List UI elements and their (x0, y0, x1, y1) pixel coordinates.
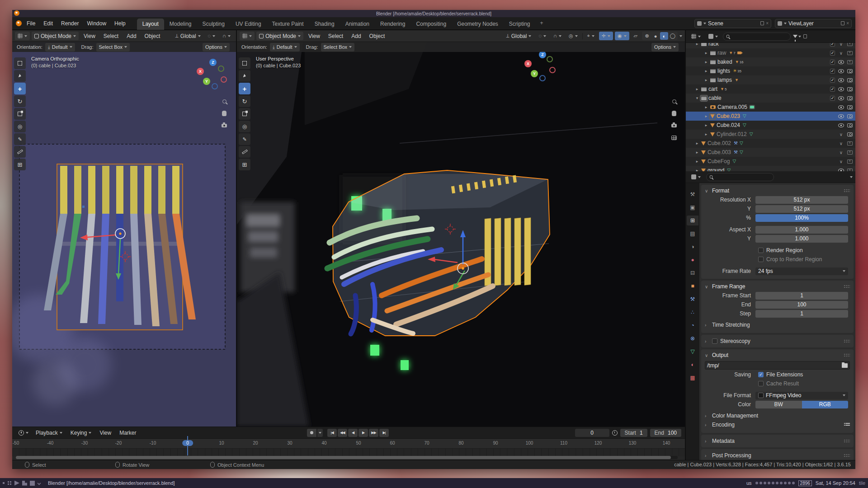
workspace-indicator-icon[interactable] (3, 482, 5, 484)
properties-tab[interactable]: ⊞ (687, 216, 698, 225)
frame-start-field[interactable]: 1 (755, 292, 848, 300)
axis-y-neg-icon[interactable] (218, 66, 224, 72)
axis-y-icon[interactable]: Y (203, 78, 210, 85)
exclude-checkbox-icon[interactable] (830, 87, 835, 92)
keying-menu[interactable]: Keying (67, 428, 95, 437)
tool-button[interactable] (14, 159, 26, 170)
prev-keyframe-button[interactable]: ◀◀ (338, 429, 347, 437)
frame-rate-dropdown[interactable]: 24 fps (755, 267, 848, 275)
outliner-row[interactable]: ▸ Camera.005 (686, 103, 855, 112)
workspace-tab[interactable]: Modeling (164, 19, 197, 30)
select-menu[interactable]: Select (100, 32, 122, 41)
exclude-checkbox-icon[interactable] (830, 69, 835, 74)
aspect-y-field[interactable]: 1.000 (755, 235, 848, 243)
render-visibility-icon[interactable] (847, 114, 853, 118)
tool-button[interactable] (239, 57, 250, 69)
workspace-tab[interactable]: Geometry Nodes (452, 19, 504, 30)
tool-button[interactable] (14, 70, 26, 82)
jump-to-start-button[interactable]: |◀ (327, 429, 337, 437)
axis-x-neg-icon[interactable] (221, 76, 227, 83)
pan-hand-icon[interactable] (220, 109, 228, 117)
viewport-camera[interactable]: Object Mode View Select Add Object ⟂Glob… (12, 30, 236, 427)
outliner-id-type-dropdown[interactable] (706, 32, 721, 41)
properties-search[interactable] (706, 173, 774, 181)
exclude-checkbox-icon[interactable] (830, 78, 835, 83)
axis-z-neg-icon[interactable] (212, 83, 218, 89)
axis-z-icon[interactable]: Z (209, 59, 217, 66)
tool-button[interactable] (14, 95, 26, 107)
expander-icon[interactable]: ▸ (704, 51, 708, 55)
outliner-row[interactable]: ▾ cable (686, 94, 855, 103)
tool-button[interactable] (14, 121, 26, 132)
keyboard-layout-indicator[interactable]: us (746, 480, 752, 486)
menu-item[interactable]: Window (83, 19, 110, 28)
encoding-header[interactable]: ›Encoding (705, 420, 850, 429)
file-format-dropdown[interactable]: FFmpeg Video (755, 392, 848, 399)
properties-tab[interactable]: ▩ (687, 373, 698, 383)
options-dropdown[interactable]: Options (651, 43, 679, 52)
outliner-search[interactable] (723, 33, 791, 41)
hide-eye-icon[interactable] (838, 132, 844, 137)
auto-keying-dropdown[interactable] (317, 429, 323, 437)
blender-menu-logo[interactable] (16, 20, 22, 26)
outliner-row[interactable]: ▸ raw 7 (686, 48, 855, 57)
shading-mode-button[interactable]: ⊕ (643, 32, 651, 40)
stereoscopy-header[interactable]: ›Stereoscopy (705, 337, 850, 346)
properties-tab[interactable]: ■ (687, 281, 698, 291)
outliner-row[interactable]: ▸ CubeFog (686, 157, 855, 166)
expander-icon[interactable]: ▾ (695, 96, 699, 100)
outliner-row[interactable]: ▸ ground (686, 166, 855, 171)
tool-button[interactable] (239, 146, 250, 158)
hide-eye-icon[interactable] (838, 105, 844, 109)
render-visibility-icon[interactable] (847, 87, 853, 91)
drag-value-dropdown[interactable]: Select Box (321, 43, 355, 52)
frame-end-field[interactable]: End100 (650, 429, 681, 437)
mode-dropdown[interactable]: Object Mode (256, 32, 303, 40)
axis-x-icon[interactable]: X (197, 68, 204, 75)
drag-grip-icon[interactable] (844, 353, 850, 357)
auto-keying-record-button[interactable] (307, 429, 316, 437)
hide-eye-icon[interactable] (838, 69, 844, 73)
object-menu[interactable]: Object (366, 32, 388, 41)
workspace-tab[interactable]: UV Editing (230, 19, 267, 30)
hide-eye-icon[interactable] (838, 51, 844, 56)
preset-icon[interactable] (844, 422, 850, 427)
pivot-point-dropdown[interactable]: ◌ (205, 32, 218, 40)
menu-item[interactable]: Edit (39, 19, 57, 28)
camera-view-icon[interactable] (670, 122, 678, 130)
show-gizmos-toggle[interactable]: ✛ (599, 32, 613, 40)
tool-button[interactable] (239, 95, 250, 107)
tool-button[interactable] (14, 57, 26, 69)
cache-result-checkbox[interactable] (758, 381, 764, 386)
color-rgb-button[interactable]: RGB (802, 401, 849, 408)
drag-grip-icon[interactable] (844, 189, 850, 192)
properties-tab[interactable]: ◑ (687, 242, 698, 252)
expander-icon[interactable]: ▸ (695, 141, 699, 145)
outliner-row[interactable]: ▸ cart 5 (686, 84, 855, 94)
tool-button[interactable] (239, 133, 250, 145)
axis-x-icon[interactable]: X (524, 60, 532, 67)
properties-tab[interactable]: ▤ (687, 229, 698, 239)
stereoscopy-checkbox[interactable] (712, 338, 717, 344)
axis-y-neg-icon[interactable] (547, 56, 553, 62)
play-button[interactable]: ▶ (359, 429, 368, 437)
tool-button[interactable] (239, 121, 250, 132)
snap-toggle[interactable]: ∩ (220, 32, 233, 40)
properties-tab[interactable]: ∴ (687, 307, 698, 317)
shading-mode-button[interactable]: ◯ (669, 32, 677, 40)
current-frame-field[interactable]: 0 (575, 429, 609, 437)
properties-tab[interactable]: ⚒ (687, 294, 698, 304)
editor-type-button[interactable] (15, 32, 30, 40)
resolution-percent-slider[interactable]: 100% (755, 214, 848, 222)
outliner-search-input[interactable] (732, 34, 788, 39)
tool-button[interactable] (14, 146, 26, 158)
hide-eye-icon[interactable] (838, 141, 844, 146)
render-visibility-icon[interactable] (847, 60, 853, 64)
workspace-tab[interactable]: Compositing (410, 19, 452, 30)
properties-tab[interactable]: ⊗ (687, 333, 698, 343)
pivot-point-dropdown[interactable]: ◌ (536, 32, 549, 40)
workspace-indicator-icon[interactable] (7, 481, 12, 485)
render-visibility-icon[interactable] (847, 51, 853, 55)
jump-to-end-button[interactable]: ▶| (379, 429, 389, 437)
workspace-tab[interactable]: Shading (309, 19, 340, 30)
